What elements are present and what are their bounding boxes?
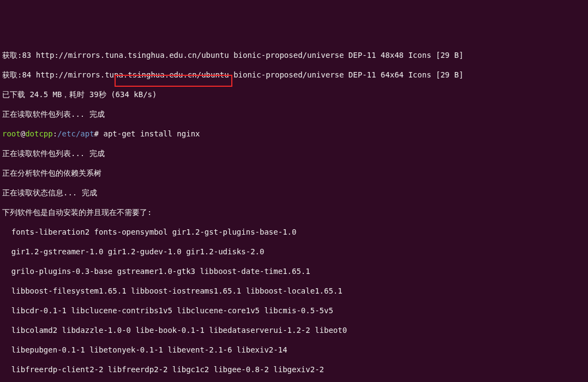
output-line: 获取:83 http://mirrors.tuna.tsinghua.edu.c…: [2, 50, 586, 60]
output-line: fonts-liberation2 fonts-opensymbol gir1.…: [2, 227, 586, 237]
output-line: libboost-filesystem1.65.1 libboost-iostr…: [2, 286, 586, 296]
terminal-window[interactable]: 获取:83 http://mirrors.tuna.tsinghua.edu.c…: [2, 40, 586, 382]
prompt-user: root: [2, 129, 21, 138]
prompt-path: /etc/apt: [57, 129, 94, 138]
output-line: libepubgen-0.1-1 libetonyek-0.1-1 libeve…: [2, 345, 586, 355]
output-line: gir1.2-gstreamer-1.0 gir1.2-gudev-1.0 gi…: [2, 247, 586, 256]
output-line: 正在读取状态信息... 完成: [2, 188, 586, 198]
output-line: libfreerdp-client2-2 libfreerdp2-2 libgc…: [2, 365, 586, 374]
output-line: 已下载 24.5 MB，耗时 39秒 (634 kB/s): [2, 89, 586, 99]
prompt-line: root@dotcpp:/etc/apt# apt-get install ng…: [2, 129, 586, 139]
output-line: 获取:84 http://mirrors.tuna.tsinghua.edu.c…: [2, 70, 586, 80]
prompt-symbol: #: [94, 129, 99, 138]
prompt-host: dotcpp: [25, 129, 53, 138]
output-line: libcdr-0.1-1 libclucene-contribs1v5 libc…: [2, 306, 586, 315]
command-input[interactable]: apt-get install nginx: [103, 129, 200, 138]
output-line: 正在读取软件包列表... 完成: [2, 148, 586, 158]
output-line: 下列软件包是自动安装的并且现在不需要了:: [2, 207, 586, 217]
output-line: libcolamd2 libdazzle-1.0-0 libe-book-0.1…: [2, 325, 586, 335]
output-line: 正在读取软件包列表... 完成: [2, 109, 586, 119]
output-line: grilo-plugins-0.3-base gstreamer1.0-gtk3…: [2, 266, 586, 276]
output-line: 正在分析软件包的依赖关系树: [2, 168, 586, 178]
